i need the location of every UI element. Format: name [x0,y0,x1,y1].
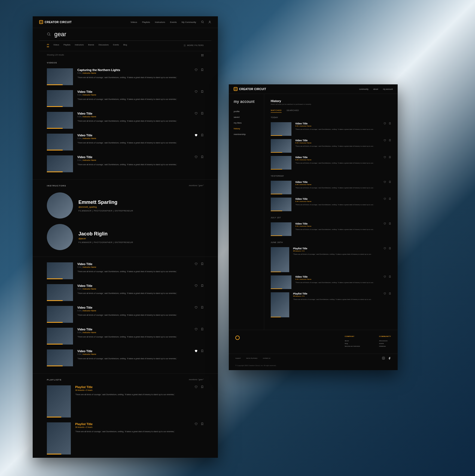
nav-link[interactable]: My Community [182,21,196,23]
video-row[interactable]: Video Title 5:34 | Instructor Name 'Ther… [33,304,218,326]
filter-tab[interactable]: Playlists [63,44,71,47]
bookmark-icon[interactable] [201,422,204,425]
like-icon[interactable] [194,262,197,265]
history-thumbnail[interactable] [271,139,291,153]
footer-link[interactable]: blog [345,342,360,345]
like-icon[interactable] [194,284,197,287]
like-icon[interactable] [383,247,386,250]
like-icon[interactable] [383,275,386,278]
sidebar-item-profile[interactable]: profile [234,109,259,114]
nav-link[interactable]: Events [170,21,176,23]
history-row[interactable]: Video Title 5:34 | Instructor Name 'Ther… [271,179,391,196]
logo[interactable]: CREATOR CIRCUIT [39,20,72,24]
nav-link[interactable]: Videos [130,21,137,23]
like-icon[interactable] [383,181,386,183]
history-thumbnail[interactable] [271,222,291,236]
like-icon[interactable] [194,90,197,93]
history-thumbnail[interactable] [271,292,289,317]
history-row[interactable]: Video Title 5:34 | Instructor Name 'Ther… [271,196,391,213]
video-thumbnail[interactable] [47,284,73,301]
filter-tab[interactable]: Discussions [99,44,109,47]
logo[interactable]: CREATOR CIRCUIT [234,87,266,91]
video-row[interactable]: Video Title 5:34 | Instructor Name 'Ther… [33,282,218,304]
bookmark-icon[interactable] [389,198,391,200]
bookmark-icon[interactable] [201,262,204,265]
video-row[interactable]: Video Title 5:34 | Instructor Name 'Ther… [33,154,218,176]
history-row[interactable]: Video Title 5:34 | Instructor Name 'Ther… [271,121,391,137]
legal-link[interactable]: support [235,357,241,359]
legal-link[interactable]: terms & privacy [246,357,257,359]
search-input[interactable] [54,31,204,38]
history-tab[interactable]: WATCHED [271,109,282,113]
playlist-row[interactable]: Playlist Title 38 lessons • 3 hours 'The… [33,384,218,421]
like-icon[interactable] [194,385,197,388]
bookmark-icon[interactable] [389,156,391,158]
filter-tab[interactable]: All [47,44,49,47]
sidebar-item-membership[interactable]: membership [234,131,259,137]
bookmark-icon[interactable] [389,122,391,125]
like-icon[interactable] [194,134,197,137]
footer-link[interactable]: become an instructor [345,345,360,348]
legal-link[interactable]: contact us [263,357,270,359]
history-row[interactable]: Video Title 5:34 | Instructor Name 'Ther… [271,274,391,291]
like-icon[interactable] [194,349,197,352]
more-filters-button[interactable]: MORE FILTERS [183,44,204,47]
bookmark-icon[interactable] [201,112,204,115]
instagram-icon[interactable] [382,357,385,360]
bookmark-icon[interactable] [389,181,391,183]
nav-link[interactable]: my account [383,88,393,90]
history-thumbnail[interactable] [271,247,289,272]
like-icon[interactable] [194,306,197,309]
facebook-icon[interactable] [388,357,391,360]
video-thumbnail[interactable] [47,349,73,366]
history-thumbnail[interactable] [271,181,291,194]
video-row[interactable]: Video Title 5:34 | Instructor Name 'Ther… [33,132,218,154]
history-thumbnail[interactable] [271,275,291,289]
like-icon[interactable] [194,155,197,158]
bookmark-icon[interactable] [389,139,391,142]
bookmark-icon[interactable] [201,90,204,93]
instructor-row[interactable]: Jacob Riglin @jacob FILMMAKER | PHOTOGRA… [33,221,218,253]
bookmark-icon[interactable] [201,385,204,388]
footer-link[interactable]: discussions [379,339,391,342]
playlist-row[interactable]: Playlist Title 38 lessons • 3 hours 'The… [33,421,218,458]
nav-link[interactable]: Playlists [142,21,150,23]
sidebar-item-saved[interactable]: saved [234,114,259,120]
like-icon[interactable] [194,68,197,71]
like-icon[interactable] [383,222,386,225]
bookmark-icon[interactable] [389,292,391,295]
history-row[interactable]: Video Title 5:34 | Instructor Name 'Ther… [271,154,391,171]
like-icon[interactable] [194,422,197,425]
filter-tab[interactable]: Videos [53,44,59,47]
history-row[interactable]: Playlist Title 38 lessons • 3 h 'There a… [271,245,391,274]
video-row[interactable]: Video Title 5:34 | Instructor Name 'Ther… [33,348,218,370]
playlist-thumbnail[interactable] [47,422,71,454]
like-icon[interactable] [194,112,197,115]
instructor-row[interactable]: Emmett Sparling @emmett_sparling FILMMAK… [33,190,218,221]
bookmark-icon[interactable] [389,275,391,278]
filter-tab[interactable]: Brands [88,44,94,47]
video-thumbnail[interactable] [47,155,73,172]
video-row[interactable]: Video Title 5:34 | Instructor Name 'Ther… [33,261,218,282]
history-thumbnail[interactable] [271,122,291,136]
history-row[interactable]: Video Title 5:34 | Instructor Name 'Ther… [271,221,391,238]
bookmark-icon[interactable] [201,349,204,352]
video-row[interactable]: Capturing the Northern Lights 5:34 | Ins… [33,67,218,88]
like-icon[interactable] [383,198,386,200]
video-thumbnail[interactable] [47,134,73,151]
footer-link[interactable]: initiatives [379,345,391,348]
history-tab[interactable]: SEARCHED [287,109,299,113]
footer-link[interactable]: events [379,342,391,345]
like-icon[interactable] [383,122,386,125]
video-thumbnail[interactable] [47,306,73,323]
bookmark-icon[interactable] [201,328,204,331]
video-row[interactable]: Video Title 5:34 | Instructor Name 'Ther… [33,88,218,110]
video-thumbnail[interactable] [47,112,73,129]
footer-link[interactable]: about [345,339,360,342]
history-thumbnail[interactable] [271,198,291,211]
video-row[interactable]: Video Title 5:34 | Instructor Name 'Ther… [33,326,218,348]
grid-toggle-icon[interactable] [201,54,204,57]
like-icon[interactable] [383,292,386,295]
user-icon[interactable] [208,20,211,24]
like-icon[interactable] [383,156,386,158]
